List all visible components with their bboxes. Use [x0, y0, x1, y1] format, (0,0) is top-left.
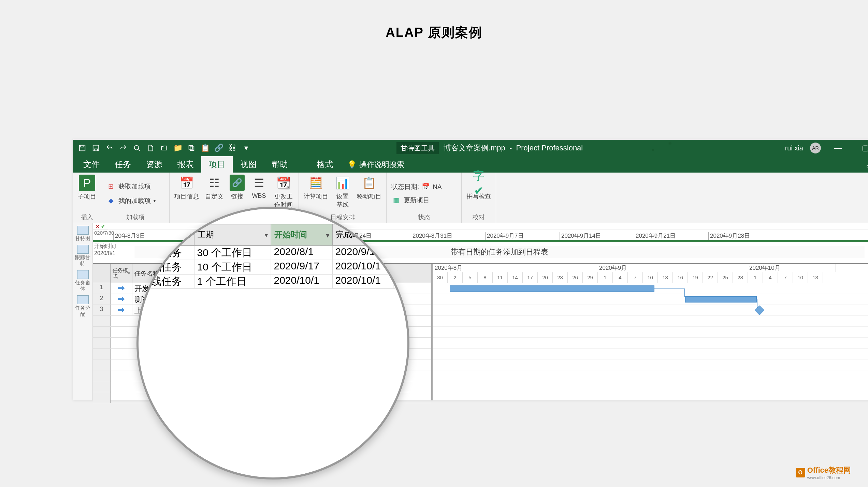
task-mode-icon: [111, 305, 132, 315]
ribbon-group-addins: ⊞ 获取加载项 ◆ 我的加载项 ▾ 加载项: [101, 173, 170, 223]
svg-rect-1: [81, 145, 83, 147]
gantt-view-icon: [77, 226, 89, 235]
app-name: Project Professional: [516, 144, 583, 152]
new-doc-icon[interactable]: [146, 144, 155, 152]
calculate-project-button[interactable]: 🧮 计算项目: [304, 175, 328, 201]
menu-view[interactable]: 视图: [233, 156, 264, 173]
lightbulb-icon: 💡: [347, 160, 357, 169]
titlebar: 📁 📋 🔗 ⛓ ▾ 甘特图工具 博客文章案例.mpp - Project Pro…: [73, 140, 868, 156]
svg-point-3: [134, 146, 139, 150]
links-button[interactable]: 🔗 链接: [230, 175, 245, 201]
menu-project[interactable]: 项目: [201, 156, 233, 173]
tell-me-search[interactable]: 💡 操作说明搜索: [341, 157, 411, 173]
svg-rect-2: [93, 145, 99, 151]
info-icon: 📅: [178, 175, 195, 191]
link-icon[interactable]: 🔗: [214, 144, 223, 152]
timeline-start-label: 开始时间2020/8/1: [94, 243, 116, 257]
svg-rect-0: [79, 145, 85, 151]
subproject-icon: P: [79, 175, 95, 191]
unlink-icon[interactable]: ⛓: [228, 144, 237, 152]
gantt-bar[interactable]: [685, 296, 757, 302]
copy-icon[interactable]: [187, 144, 196, 152]
filter-icon[interactable]: ▾: [128, 271, 130, 276]
magnifier-overlay: 20年8月3日 2020年8月10日 2020年8月17日 开始时间2020/8…: [136, 207, 409, 479]
move-project-button[interactable]: 📋 移动项目: [357, 175, 381, 201]
user-name: rui xia: [785, 144, 803, 152]
col-mode[interactable]: 任务模式▾: [111, 264, 132, 283]
save-as-icon[interactable]: [91, 144, 100, 152]
qat-dropdown-icon[interactable]: ▾: [242, 144, 250, 152]
links-icon: 🔗: [230, 175, 245, 191]
subproject-button[interactable]: P 子项目: [78, 175, 96, 201]
tracking-gantt-icon: [77, 245, 89, 254]
task-mode-icon: [111, 283, 132, 294]
confirm-entry-icon[interactable]: ✔: [101, 224, 105, 229]
change-working-time-button[interactable]: 📆 更改工作时间: [273, 175, 294, 209]
menu-resource[interactable]: 资源: [139, 156, 170, 173]
chevron-down-icon: ▾: [154, 198, 156, 203]
gantt-timescale: 2020年8月2020年9月2020年10月 30258111417202326…: [433, 264, 868, 283]
myaddins-icon: ◆: [106, 196, 116, 206]
task-usage-icon: [77, 295, 89, 304]
update-icon: ▦: [391, 195, 401, 205]
move-icon: 📋: [361, 175, 377, 191]
page-heading: ALAP 原则案例: [0, 0, 868, 58]
view-gantt[interactable]: 甘特图: [75, 226, 90, 241]
office-logo-icon: O: [796, 468, 805, 477]
col-info[interactable]: [93, 264, 111, 283]
open-icon[interactable]: [160, 144, 169, 152]
calendar-icon: 📆: [275, 175, 292, 191]
my-addins-button[interactable]: ◆ 我的加载项 ▾: [106, 195, 164, 206]
menu-file[interactable]: 文件: [76, 156, 107, 173]
titlebar-right: rui xia AR ― ▢ ✕: [785, 140, 868, 156]
wbs-button[interactable]: ☰ WBS: [251, 175, 267, 200]
status-date-field[interactable]: 状态日期: 📅 NA: [391, 182, 457, 192]
ribbon: P 子项目 插入 ⊞ 获取加载项 ◆ 我的加载项 ▾ 加载项: [73, 173, 868, 223]
ribbon-group-insert: P 子项目 插入: [73, 173, 101, 223]
spell-icon: 字✔: [471, 175, 487, 191]
svg-rect-4: [190, 147, 194, 150]
task-mode-icon: [111, 294, 132, 305]
undo-icon[interactable]: [105, 144, 114, 152]
filename: 博客文章案例.mpp: [444, 144, 505, 152]
gantt-chart[interactable]: 2020年8月2020年9月2020年10月 30258111417202326…: [433, 264, 868, 400]
menu-format[interactable]: 格式: [309, 156, 341, 173]
paste-icon[interactable]: 📋: [201, 144, 209, 152]
task-form-icon: [77, 270, 89, 279]
watermark: O Office教程网www.office26.com: [796, 465, 851, 480]
redo-icon[interactable]: [119, 144, 128, 152]
custom-fields-button[interactable]: ☷ 自定义: [205, 175, 223, 201]
get-addins-button[interactable]: ⊞ 获取加载项: [106, 181, 164, 192]
svg-rect-5: [189, 146, 193, 149]
wbs-icon: ☰: [251, 175, 267, 191]
store-icon: ⊞: [106, 182, 116, 191]
menu-task[interactable]: 任务: [107, 156, 139, 173]
view-bar: 甘特图 跟踪甘特 任务窗体 任务分配: [73, 223, 93, 400]
context-tab-label: 甘特图工具: [396, 142, 439, 154]
cancel-entry-icon[interactable]: ✕: [96, 224, 100, 229]
project-info-button[interactable]: 📅 项目信息: [174, 175, 199, 201]
folder-icon[interactable]: 📁: [173, 144, 182, 152]
timeline-top-date: 020/7/30: [94, 230, 114, 236]
baseline-icon: 📊: [334, 175, 351, 191]
ribbon-group-status: 状态日期: 📅 NA ▦ 更新项目 状态: [387, 173, 462, 223]
quick-access-toolbar: 📁 📋 🔗 ⛓ ▾: [73, 144, 255, 152]
calc-icon: 🧮: [308, 175, 324, 191]
minimize-button[interactable]: ―: [828, 140, 848, 156]
set-baseline-button[interactable]: 📊 设置基线: [334, 175, 351, 209]
user-avatar-icon[interactable]: AR: [810, 143, 821, 153]
save-icon[interactable]: [78, 144, 87, 152]
status-date-calendar-icon: 📅: [422, 183, 430, 191]
view-tracking-gantt[interactable]: 跟踪甘特: [74, 245, 92, 267]
fields-icon: ☷: [206, 175, 222, 191]
menu-report[interactable]: 报表: [170, 156, 201, 173]
update-project-button[interactable]: ▦ 更新项目: [391, 195, 457, 206]
ribbon-mode-icon[interactable]: ▭: [859, 159, 868, 173]
view-task-usage[interactable]: 任务分配: [74, 295, 92, 317]
gantt-bar[interactable]: [450, 285, 654, 292]
maximize-button[interactable]: ▢: [855, 140, 868, 156]
spellcheck-button[interactable]: 字✔ 拼写检查: [466, 175, 491, 201]
view-task-form[interactable]: 任务窗体: [74, 270, 92, 292]
print-preview-icon[interactable]: [132, 144, 141, 152]
menu-help[interactable]: 帮助: [264, 156, 295, 173]
